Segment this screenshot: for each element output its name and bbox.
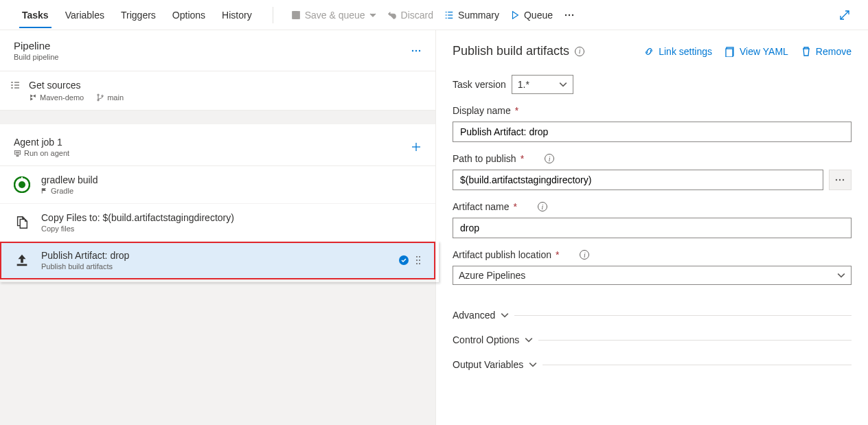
drag-handle-icon[interactable] xyxy=(415,255,422,266)
queue-label: Queue xyxy=(524,10,553,21)
chevron-down-icon xyxy=(559,80,567,89)
svg-point-22 xyxy=(98,100,99,101)
info-icon[interactable]: i xyxy=(580,250,589,260)
info-icon[interactable]: i xyxy=(575,47,584,56)
svg-rect-34 xyxy=(17,264,27,266)
detail-title: Publish build artifacts xyxy=(453,44,569,58)
upload-icon xyxy=(14,253,30,268)
svg-point-36 xyxy=(416,256,418,257)
required-marker: * xyxy=(513,201,516,212)
chevron-down-icon xyxy=(501,311,509,319)
tab-options[interactable]: Options xyxy=(164,3,214,27)
tab-tasks[interactable]: Tasks xyxy=(14,3,57,27)
required-marker: * xyxy=(521,153,524,164)
task-version-select[interactable]: 1.* xyxy=(512,75,573,94)
toolbar-divider xyxy=(273,7,273,23)
location-select[interactable]: Azure Pipelines xyxy=(453,266,852,285)
remove-button[interactable]: Remove xyxy=(801,46,852,57)
agent-job-header[interactable]: Agent job 1 Run on agent xyxy=(0,124,435,166)
svg-rect-2 xyxy=(293,15,298,18)
section-output-variables[interactable]: Output Variables xyxy=(453,352,852,377)
summary-icon xyxy=(444,10,454,20)
task-title: Publish Artifact: drop xyxy=(41,250,129,261)
pipeline-title: Pipeline xyxy=(14,40,58,51)
required-marker: * xyxy=(515,105,518,116)
svg-point-23 xyxy=(102,95,103,97)
save-queue-button: Save & queue xyxy=(286,5,382,25)
task-subtitle: Publish build artifacts xyxy=(41,262,129,271)
pipeline-header[interactable]: Pipeline Build pipeline xyxy=(0,30,435,71)
svg-point-41 xyxy=(419,263,420,264)
svg-point-38 xyxy=(416,260,418,261)
task-row-publish-artifact[interactable]: Publish Artifact: drop Publish build art… xyxy=(0,242,435,279)
chevron-down-icon xyxy=(529,360,537,369)
add-task-button[interactable] xyxy=(411,141,422,152)
plus-icon xyxy=(411,141,422,152)
view-yaml-button[interactable]: View YAML xyxy=(724,46,788,57)
discard-label: Discard xyxy=(401,10,433,21)
section-advanced[interactable]: Advanced xyxy=(453,303,852,328)
chevron-down-icon xyxy=(525,336,533,344)
copy-files-icon xyxy=(14,215,30,230)
svg-rect-24 xyxy=(14,150,20,154)
svg-rect-27 xyxy=(16,155,19,156)
svg-point-12 xyxy=(412,49,413,51)
display-name-input[interactable] xyxy=(453,122,852,142)
task-subtitle: Copy files xyxy=(41,225,234,233)
more-button[interactable] xyxy=(558,5,580,25)
trash-icon xyxy=(801,46,812,57)
get-sources-row[interactable]: Get sources Maven-demo main xyxy=(0,71,435,111)
required-marker: * xyxy=(556,249,559,260)
svg-point-39 xyxy=(419,260,420,261)
svg-point-21 xyxy=(98,94,99,95)
repo-icon xyxy=(29,93,37,102)
summary-label: Summary xyxy=(458,10,499,21)
svg-rect-43 xyxy=(726,49,733,57)
task-version-label: Task version xyxy=(453,79,506,90)
section-control-options[interactable]: Control Options xyxy=(453,328,852,352)
repo-name: Maven-demo xyxy=(40,93,84,102)
task-title: gradlew build xyxy=(41,174,98,185)
link-icon xyxy=(643,46,654,57)
get-sources-title: Get sources xyxy=(29,80,124,91)
branch-icon xyxy=(96,93,104,102)
chevron-down-icon xyxy=(837,271,845,279)
artifact-name-input[interactable] xyxy=(453,218,852,238)
branch-name: main xyxy=(107,93,124,102)
pipeline-more-button[interactable] xyxy=(411,45,422,56)
svg-point-31 xyxy=(19,181,25,188)
link-settings-button[interactable]: Link settings xyxy=(643,46,712,57)
save-queue-label: Save & queue xyxy=(305,10,365,21)
summary-button[interactable]: Summary xyxy=(439,5,505,25)
svg-point-37 xyxy=(419,256,420,257)
info-icon[interactable]: i xyxy=(545,154,554,163)
tab-history[interactable]: History xyxy=(214,3,260,27)
location-label: Artifact publish location xyxy=(453,249,551,260)
svg-point-40 xyxy=(416,263,418,264)
info-icon[interactable]: i xyxy=(538,202,547,211)
task-title: Copy Files to: $(build.artifactstagingdi… xyxy=(41,212,234,223)
svg-point-45 xyxy=(839,179,841,181)
chevron-down-icon xyxy=(369,12,376,19)
top-toolbar: Tasks Variables Triggers Options History… xyxy=(0,0,868,30)
task-row-copy-files[interactable]: Copy Files to: $(build.artifactstagingdi… xyxy=(0,204,435,242)
agent-subtitle: Run on agent xyxy=(24,149,69,157)
task-detail-pane: Publish build artifacts i Link settings … xyxy=(436,30,868,425)
queue-button[interactable]: Queue xyxy=(505,5,558,25)
yaml-icon xyxy=(724,46,735,57)
tab-triggers[interactable]: Triggers xyxy=(113,3,164,27)
expand-button[interactable] xyxy=(835,5,854,25)
save-icon xyxy=(291,10,301,20)
divider xyxy=(514,315,852,316)
path-input[interactable] xyxy=(453,170,823,190)
pipeline-subtitle: Build pipeline xyxy=(14,53,58,61)
expand-icon xyxy=(839,10,850,21)
browse-button[interactable] xyxy=(829,170,852,190)
svg-point-46 xyxy=(843,179,844,181)
divider xyxy=(538,340,852,341)
task-row-gradle[interactable]: gradlew build Gradle xyxy=(0,166,435,204)
tab-variables[interactable]: Variables xyxy=(57,3,113,27)
path-label: Path to publish xyxy=(453,153,516,164)
discard-button: Discard xyxy=(382,5,439,25)
svg-rect-1 xyxy=(293,11,297,14)
